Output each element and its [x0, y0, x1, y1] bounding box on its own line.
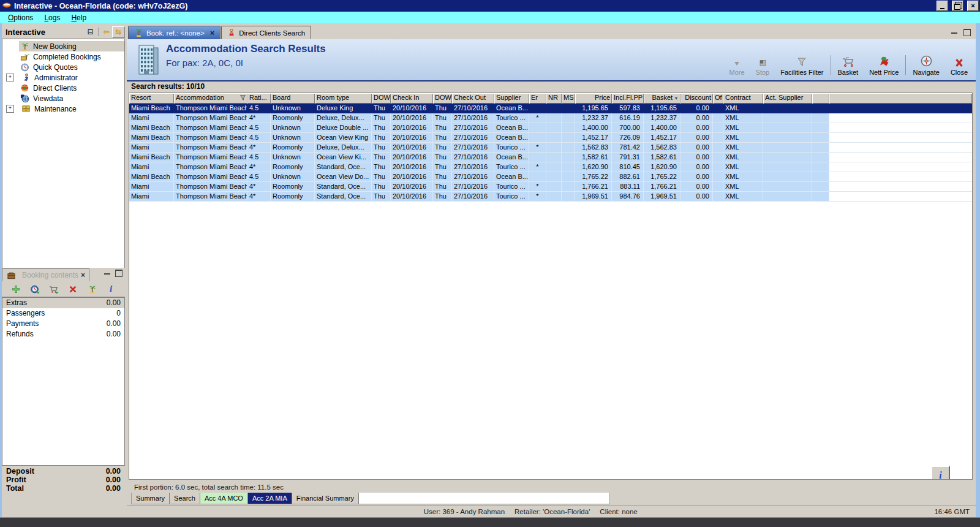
- expander-icon[interactable]: +: [6, 105, 14, 113]
- palm-tree-icon[interactable]: [86, 284, 97, 295]
- sidebar-item-administrator[interactable]: +Administrator: [2, 72, 124, 83]
- link-with-editor-button[interactable]: ⇦: [100, 27, 112, 37]
- bottom-tab-summary[interactable]: Summary: [132, 493, 170, 504]
- panel-minimize-icon[interactable]: [104, 273, 110, 276]
- table-row[interactable]: Miami BeachThompson Miami Beach4.5Unknow…: [129, 133, 972, 143]
- booking-list-item-extras[interactable]: Extras0.00: [2, 298, 124, 308]
- delete-icon[interactable]: [67, 284, 78, 295]
- sidebar-item-maintenance[interactable]: +Maintenance: [2, 104, 124, 114]
- sidebar-item-new-booking[interactable]: New Booking: [2, 41, 124, 51]
- column-header-basket[interactable]: Basket▼: [644, 93, 680, 104]
- tab-booking-contents[interactable]: Booking contents ×: [2, 268, 89, 281]
- table-row[interactable]: Miami BeachThompson Miami Beach4.5Unknow…: [129, 104, 972, 113]
- column-header-incl-fl-pp[interactable]: Incl.Fl.PP: [612, 93, 644, 104]
- column-header-check-in[interactable]: Check In: [391, 93, 433, 104]
- cell-er: [529, 172, 546, 181]
- table-row[interactable]: MiamiThompson Miami Beach4*RoomonlyDelux…: [129, 143, 972, 153]
- expander-icon[interactable]: +: [6, 74, 14, 82]
- menu-item-logs[interactable]: Logs: [39, 13, 66, 23]
- status-retailer: Retailer: 'Ocean-Florida': [514, 508, 590, 515]
- booking-summary-total: Total0.00: [2, 484, 125, 493]
- cell-check-out: 27/10/2016: [452, 113, 494, 123]
- close-button[interactable]: ×: [967, 1, 979, 11]
- sidebar-item-completed-bookings[interactable]: Completed Bookings: [2, 51, 124, 62]
- table-row[interactable]: MiamiThompson Miami Beach4*RoomonlyStand…: [129, 192, 972, 202]
- table-row[interactable]: MiamiThompson Miami Beach4*RoomonlyStand…: [129, 182, 972, 192]
- add-icon[interactable]: [10, 284, 21, 295]
- column-header-check-out[interactable]: Check Out: [452, 93, 494, 104]
- column-header-dow[interactable]: DOW: [433, 93, 452, 104]
- tab-close-icon[interactable]: ×: [210, 28, 215, 37]
- tab-book-ref-none[interactable]: Book. ref.: <none>×: [128, 26, 221, 39]
- column-header-supplier[interactable]: Supplier: [494, 93, 529, 104]
- basket-button[interactable]: Basket: [832, 53, 864, 77]
- cell-contract: XML: [723, 172, 763, 181]
- menu-item-options[interactable]: Options: [2, 13, 39, 23]
- booking-list-item-payments[interactable]: Payments0.00: [2, 319, 124, 329]
- nett-price-button[interactable]: Nett Price: [864, 53, 904, 77]
- page-subtitle: For pax: 2A, 0C, 0I: [166, 58, 243, 68]
- minimize-button[interactable]: [937, 1, 948, 11]
- column-header-resort[interactable]: Resort: [129, 93, 174, 104]
- table-row[interactable]: Miami BeachThompson Miami Beach4.5Unknow…: [129, 172, 972, 182]
- column-header-nr[interactable]: NR: [546, 93, 562, 104]
- close-button[interactable]: Close: [945, 53, 973, 77]
- tree-item-label: Direct Clients: [33, 84, 77, 93]
- table-row[interactable]: MiamiThompson Miami Beach4*RoomonlyDelux…: [129, 113, 972, 123]
- column-header-price[interactable]: Price: [575, 93, 612, 104]
- cell-room-type: Deluxe, Delux...: [315, 143, 372, 152]
- info-icon[interactable]: i: [105, 284, 116, 295]
- bottom-tab-acc-2a-mia[interactable]: Acc 2A MIA: [248, 493, 292, 504]
- column-header-er[interactable]: Er: [529, 93, 546, 104]
- booking-list-item-refunds[interactable]: Refunds0.00: [2, 329, 124, 339]
- bottom-tab-financial-summary[interactable]: Financial Summary: [292, 493, 359, 504]
- cell-nr: [546, 104, 562, 113]
- panel-maximize-icon[interactable]: [115, 270, 123, 277]
- cell-ms: [562, 123, 575, 132]
- panel-maximize-icon[interactable]: [963, 29, 971, 36]
- column-header-of[interactable]: Of: [713, 93, 723, 104]
- cell-contract: XML: [723, 133, 763, 142]
- column-header-ms[interactable]: MS: [562, 93, 575, 104]
- booking-list-item-passengers[interactable]: Passengers0: [2, 308, 124, 319]
- table-row[interactable]: Miami BeachThompson Miami Beach4.5Unknow…: [129, 123, 972, 133]
- column-header-accommodation[interactable]: Accommodation: [174, 93, 247, 104]
- navigate-button[interactable]: Navigate: [907, 53, 944, 77]
- basket-add-icon[interactable]: [48, 284, 59, 295]
- cell-ms: [562, 143, 575, 152]
- column-header-act-supplier[interactable]: Act. Supplier: [763, 93, 812, 104]
- sidebar-item-direct-clients[interactable]: Direct Clients: [2, 83, 124, 93]
- restore-button[interactable]: [952, 1, 963, 11]
- column-header-contract[interactable]: Contract: [723, 93, 763, 104]
- expander-spacer: [6, 64, 13, 70]
- table-row[interactable]: Miami BeachThompson Miami Beach4.5Unknow…: [129, 153, 972, 162]
- summary-value: 0.00: [106, 476, 121, 484]
- tab-close-icon[interactable]: ×: [81, 271, 85, 279]
- bottom-tab-acc-4a-mco[interactable]: Acc 4A MCO: [200, 493, 248, 504]
- quote-icon[interactable]: [29, 284, 40, 295]
- filter-funnel-icon[interactable]: [239, 94, 246, 104]
- collapse-all-button[interactable]: ⊟: [85, 27, 96, 37]
- column-header-board[interactable]: Board: [271, 93, 315, 104]
- bottom-tab-search[interactable]: Search: [170, 493, 200, 504]
- column-header-discount[interactable]: Discount: [680, 93, 713, 104]
- sidebar-item-viewdata[interactable]: Viewdata: [2, 93, 124, 104]
- panel-minimize-icon[interactable]: [951, 32, 957, 36]
- facilities-filter-button[interactable]: Facilities Filter: [775, 53, 829, 77]
- cell-of: [713, 113, 723, 123]
- cell-check-in: 20/10/2016: [391, 143, 433, 152]
- sync-arrows-button[interactable]: ⇆: [112, 26, 125, 38]
- cell-ms: [562, 104, 575, 113]
- column-header-room-type[interactable]: Room type: [315, 93, 372, 104]
- column-header-rati[interactable]: Rati...: [247, 93, 271, 104]
- column-header-dow[interactable]: DOW: [372, 93, 391, 104]
- menu-item-help[interactable]: Help: [66, 13, 92, 23]
- table-row[interactable]: MiamiThompson Miami Beach4*RoomonlyStand…: [129, 162, 972, 172]
- tab-direct-clients-search[interactable]: Direct Clients Search: [221, 26, 311, 39]
- cell-check-out: 27/10/2016: [452, 162, 494, 172]
- column-header-blank[interactable]: [812, 93, 829, 104]
- sidebar-item-quick-quotes[interactable]: Quick Quotes: [2, 62, 124, 72]
- cell-rati: 4.5: [247, 172, 271, 181]
- cell-check-out: 27/10/2016: [452, 153, 494, 162]
- cell-price: 1,766.21: [575, 182, 612, 191]
